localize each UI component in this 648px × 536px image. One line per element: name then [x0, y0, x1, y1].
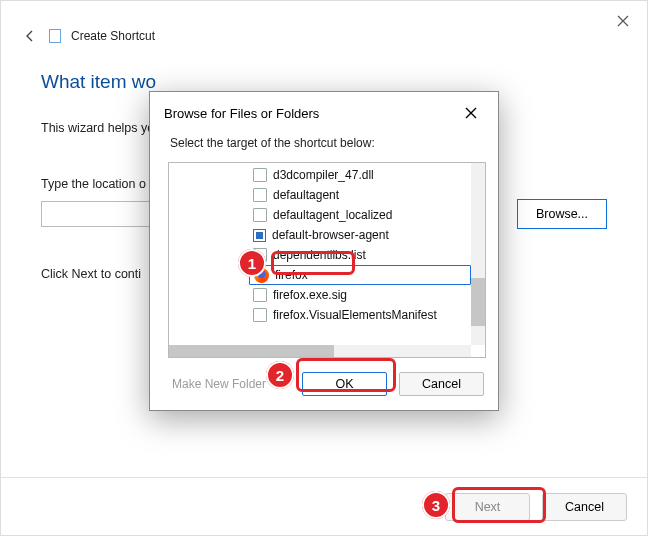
callout-number-next: 3 — [422, 491, 450, 519]
file-item[interactable]: defaultagent_localized — [249, 205, 471, 225]
file-item[interactable]: firefox.exe.sig — [249, 285, 471, 305]
modal-actions: Make New Folder OK Cancel — [150, 358, 498, 410]
cancel-button[interactable]: Cancel — [542, 493, 627, 521]
file-icon — [253, 308, 267, 322]
back-button[interactable] — [21, 27, 39, 45]
file-label: dependentlibs.list — [273, 248, 366, 262]
browse-button[interactable]: Browse... — [517, 199, 607, 229]
modal-close-button[interactable] — [456, 102, 486, 124]
vertical-scrollbar[interactable] — [471, 163, 485, 345]
file-label: d3dcompiler_47.dll — [273, 168, 374, 182]
file-item[interactable]: defaultagent — [249, 185, 471, 205]
file-tree[interactable]: d3dcompiler_47.dlldefaultagentdefaultage… — [168, 162, 486, 358]
close-icon — [617, 15, 629, 27]
file-label: firefox.VisualElementsManifest — [273, 308, 437, 322]
file-item[interactable]: d3dcompiler_47.dll — [249, 165, 471, 185]
exe-icon — [253, 229, 266, 242]
file-item[interactable]: firefox.VisualElementsManifest — [249, 305, 471, 325]
back-arrow-icon — [23, 29, 37, 43]
ok-button[interactable]: OK — [302, 372, 387, 396]
horizontal-scrollbar[interactable] — [169, 345, 471, 357]
wizard-button-bar: Next Cancel — [1, 477, 647, 535]
shortcut-icon — [49, 29, 61, 43]
file-label: defaultagent — [273, 188, 339, 202]
modal-cancel-button[interactable]: Cancel — [399, 372, 484, 396]
make-new-folder-button: Make New Folder — [166, 373, 272, 395]
wizard-title: Create Shortcut — [71, 29, 155, 43]
scroll-thumb[interactable] — [169, 345, 334, 357]
file-icon — [253, 288, 267, 302]
file-label: firefox.exe.sig — [273, 288, 347, 302]
file-item[interactable]: dependentlibs.list — [249, 245, 471, 265]
scroll-thumb[interactable] — [471, 278, 485, 326]
modal-title: Browse for Files or Folders — [164, 106, 319, 121]
file-icon — [253, 188, 267, 202]
file-item[interactable]: firefox — [249, 265, 471, 285]
file-icon — [253, 208, 267, 222]
wizard-heading: What item wo — [41, 71, 607, 93]
wizard-close-button[interactable] — [613, 11, 633, 31]
file-icon — [253, 168, 267, 182]
wizard-header: Create Shortcut — [21, 27, 155, 45]
modal-titlebar: Browse for Files or Folders — [150, 92, 498, 130]
callout-number-ok: 2 — [266, 361, 294, 389]
file-label: firefox — [275, 268, 308, 282]
close-icon — [465, 107, 477, 119]
modal-subtitle: Select the target of the shortcut below: — [150, 130, 498, 158]
next-button[interactable]: Next — [445, 493, 530, 521]
file-label: defaultagent_localized — [273, 208, 392, 222]
file-label: default-browser-agent — [272, 228, 389, 242]
file-item[interactable]: default-browser-agent — [249, 225, 471, 245]
callout-number-firefox: 1 — [238, 249, 266, 277]
browse-modal: Browse for Files or Folders Select the t… — [149, 91, 499, 411]
